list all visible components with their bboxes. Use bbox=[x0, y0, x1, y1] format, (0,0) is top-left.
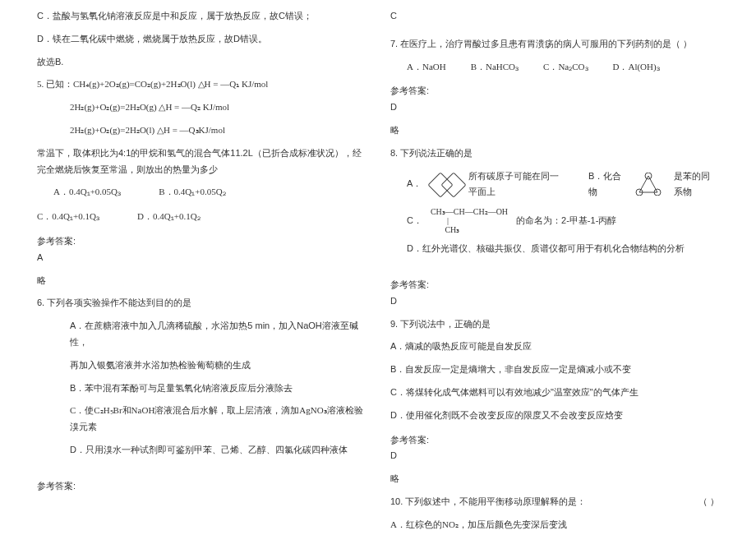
q5-condition: 常温下，取体积比为4:1的甲烷和氢气的混合气体11.2L（已折合成标准状况），经… bbox=[37, 145, 366, 178]
q9-d: D．使用催化剂既不会改变反应的限度又不会改变反应焓变 bbox=[390, 408, 719, 424]
q8-a-prefix: A． bbox=[407, 176, 422, 192]
q6-c: C．使C₂H₅Br和NaOH溶液混合后水解，取上层清液，滴加AgNO₃溶液检验溴… bbox=[37, 403, 366, 436]
explain-c: C．盐酸与氢氧化钠溶液反应是中和反应，属于放热反应，故C错误； bbox=[37, 8, 366, 25]
q8-a-text: 所有碳原子可能在同一平面上 bbox=[468, 168, 565, 201]
q9-b: B．自发反应一定是熵增大，非自发反应一定是熵减小或不变 bbox=[390, 362, 719, 378]
q7-options: A．NaOH B．NaHCO₃ C．Na₂CO₃ D．Al(OH)₃ bbox=[407, 59, 719, 76]
q5-answer-label: 参考答案: bbox=[37, 233, 366, 250]
q5-skip: 略 bbox=[37, 273, 366, 289]
q7-skip: 略 bbox=[390, 122, 719, 139]
triphenyl-icon bbox=[631, 173, 666, 196]
q8-options: A． 所有碳原子可能在同一平面上 B．化合物 是苯的同系物 C． CH₃—CH—… bbox=[407, 168, 719, 257]
q8-c-text: 的命名为：2-甲基-1-丙醇 bbox=[516, 213, 616, 229]
q7-answer: D bbox=[390, 99, 719, 116]
q6-stem: 6. 下列各项实验操作不能达到目的的是 bbox=[37, 295, 366, 311]
q9-c: C．将煤转化成气体燃料可以有效地减少"温室效应"的气体产生 bbox=[390, 385, 719, 401]
q5-eq2: 2H₂(g)+O₂(g)=2H₂O(g) △H = —Q₂ KJ/mol bbox=[37, 99, 366, 116]
q5-answer: A bbox=[37, 250, 366, 266]
q8-b-text: 是苯的同系物 bbox=[674, 168, 719, 201]
q8-row-ab: A． 所有碳原子可能在同一平面上 B．化合物 是苯的同系物 bbox=[407, 168, 719, 201]
q8-stem: 8. 下列说法正确的是 bbox=[390, 145, 719, 162]
q6-a1b: 再加入银氨溶液并水浴加热检验葡萄糖的生成 bbox=[37, 357, 366, 374]
q5-opt-d: D．0.4Q₁+0.1Q₂ bbox=[137, 211, 201, 221]
q5-options-row2: C．0.4Q₁+0.1Q₃ D．0.4Q₁+0.1Q₂ bbox=[37, 209, 366, 225]
q8-answer-label: 参考答案: bbox=[390, 277, 719, 293]
q6-b: B．苯中混有苯酚可与足量氢氧化钠溶液反应后分液除去 bbox=[37, 380, 366, 397]
q8-c-prefix: C． bbox=[407, 213, 422, 229]
q9-skip: 略 bbox=[390, 471, 719, 487]
q6-answer-label: 参考答案: bbox=[37, 478, 366, 495]
left-column: C．盐酸与氢氧化钠溶液反应是中和反应，属于放热反应，故C错误； D．镁在二氧化碳… bbox=[25, 8, 378, 527]
q8-row-c: C． CH₃—CH—CH₂—OH | CH₃ 的命名为：2-甲基-1-丙醇 bbox=[407, 207, 719, 234]
q5-opt-a: A．0.4Q₁+0.05Q₃ bbox=[53, 187, 121, 196]
q5-options-row1: A．0.4Q₁+0.05Q₃ B．0.4Q₁+0.05Q₂ bbox=[37, 184, 366, 201]
q10-stem: 10. 下列叙述中，不能用平衡移动原理解释的是： （ ） bbox=[390, 494, 719, 510]
q7-opt-b: B．NaHCO₃ bbox=[471, 59, 519, 76]
q8-b-prefix: B．化合物 bbox=[588, 168, 623, 201]
q9-a: A．熵减的吸热反应可能是自发反应 bbox=[390, 339, 719, 355]
select-b: 故选B. bbox=[37, 54, 366, 71]
q8-answer: D bbox=[390, 293, 719, 310]
naphthalene-icon bbox=[430, 174, 459, 194]
q7-opt-d: D．Al(OH)₃ bbox=[613, 59, 660, 76]
q7-opt-a: A．NaOH bbox=[407, 59, 446, 76]
q8-d: D．红外光谱仪、核磁共振仪、质谱仪都可用于有机化合物结构的分析 bbox=[407, 241, 719, 257]
q10-a: A．红棕色的NO₂，加压后颜色先变深后变浅 bbox=[390, 517, 719, 533]
q5-opt-b: B．0.4Q₁+0.05Q₂ bbox=[159, 187, 225, 196]
q9-answer-label: 参考答案: bbox=[390, 432, 719, 449]
q5-eq3: 2H₂(g)+O₂(g)=2H₂O(l) △H = —Q₃KJ/mol bbox=[37, 122, 366, 139]
q7-answer-label: 参考答案: bbox=[390, 83, 719, 99]
q9-stem: 9. 下列说法中，正确的是 bbox=[390, 316, 719, 333]
q5-opt-c: C．0.4Q₁+0.1Q₃ bbox=[37, 211, 99, 221]
q5-stem: 5. 已知：CH₄(g)+2O₂(g)=CO₂(g)+2H₂O(l) △H = … bbox=[37, 76, 366, 93]
q7-opt-c: C．Na₂CO₃ bbox=[543, 59, 588, 76]
prev-answer-c: C bbox=[390, 8, 719, 25]
q6-d: D．只用溴水一种试剂即可鉴别甲苯、己烯、乙醇、四氯化碳四种液体 bbox=[37, 442, 366, 459]
right-column: C 7. 在医疗上，治疗胃酸过多且患有胃溃疡的病人可服用的下列药剂的是（ ） A… bbox=[378, 8, 731, 527]
chem-structure-icon: CH₃—CH—CH₂—OH | CH₃ bbox=[431, 207, 508, 234]
explain-d: D．镁在二氧化碳中燃烧，燃烧属于放热反应，故D错误。 bbox=[37, 31, 366, 48]
q9-answer: D bbox=[390, 448, 719, 464]
q10-paren: （ ） bbox=[698, 494, 719, 510]
q7-stem: 7. 在医疗上，治疗胃酸过多且患有胃溃疡的病人可服用的下列药剂的是（ ） bbox=[390, 36, 719, 53]
q6-a1: A．在蔗糖溶液中加入几滴稀硫酸，水浴加热5 min，加入NaOH溶液至碱性， bbox=[37, 318, 366, 351]
